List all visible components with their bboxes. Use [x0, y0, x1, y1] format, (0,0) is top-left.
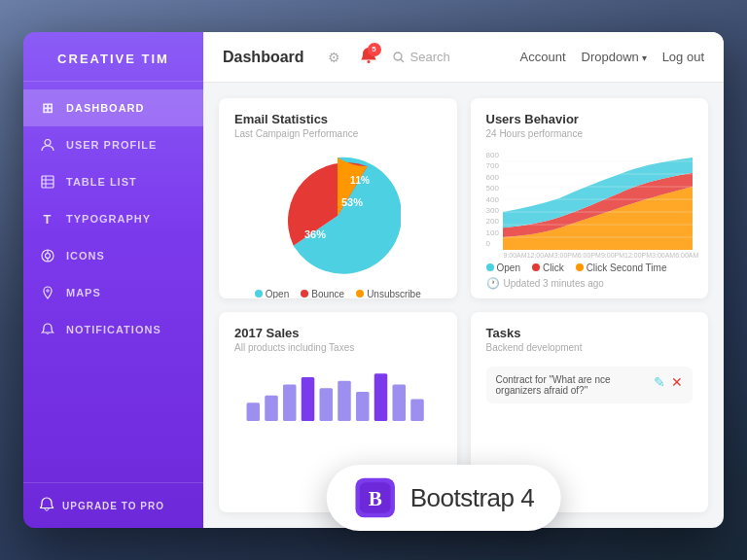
sidebar-item-typography[interactable]: T Typography	[23, 200, 203, 237]
tasks-subtitle: Backend development	[486, 342, 694, 353]
settings-icon[interactable]: ⚙	[324, 48, 344, 67]
svg-rect-30	[374, 373, 388, 421]
svg-point-6	[46, 254, 51, 259]
task-actions: ✎ ✕	[654, 374, 683, 390]
user-profile-icon	[39, 136, 56, 154]
svg-rect-24	[265, 396, 278, 421]
search-bar[interactable]: Search	[393, 50, 450, 64]
search-placeholder: Search	[410, 50, 450, 64]
sidebar-label-table-list: Table List	[66, 176, 137, 188]
svg-text:11%: 11%	[350, 175, 370, 186]
svg-point-0	[45, 140, 51, 146]
tasks-title: Tasks	[486, 326, 694, 340]
svg-rect-25	[283, 385, 297, 422]
svg-rect-26	[302, 377, 315, 421]
chart-row: 0 100 200 300 400 500 600 700 800	[486, 149, 694, 250]
notification-badge: 5	[368, 43, 381, 56]
svg-rect-27	[320, 388, 334, 421]
task-text: Contract for "What are nce organizers af…	[496, 374, 647, 396]
dropdown-menu[interactable]: Dropdown	[582, 50, 647, 64]
email-statistics-card: Email Statistics Last Campaign Performan…	[219, 98, 457, 298]
account-link[interactable]: Account	[520, 50, 566, 64]
sidebar-item-maps[interactable]: Maps	[23, 274, 203, 311]
pie-legend: Open Bounce Unsubscribe	[255, 289, 421, 298]
logout-link[interactable]: Log out	[662, 50, 704, 64]
sidebar-item-dashboard[interactable]: ⊞ Dashboard	[23, 89, 203, 126]
svg-text:B: B	[369, 487, 382, 510]
sales-chart	[234, 363, 442, 421]
maps-icon	[39, 284, 56, 301]
task-item: Contract for "What are nce organizers af…	[486, 367, 694, 403]
svg-rect-23	[247, 402, 261, 421]
notifications-icon	[39, 321, 56, 338]
bootstrap-text: Bootstrap 4	[410, 483, 534, 513]
area-chart	[503, 149, 693, 250]
x-axis-labels: 9:00AM12:00AM3:00PM6:00PM9:00PM12:00PM3:…	[486, 252, 694, 259]
sidebar-item-user-profile[interactable]: User Profile	[23, 126, 203, 163]
content-grid: Email Statistics Last Campaign Performan…	[203, 83, 724, 528]
sidebar-label-maps: Maps	[66, 287, 101, 298]
chart-legend-click: Click	[532, 262, 564, 273]
upgrade-label: Upgrade to Pro	[62, 501, 164, 511]
page-title: Dashboard	[223, 49, 304, 66]
upgrade-icon	[39, 497, 54, 514]
chart-legend: Open Click Click Second Time	[486, 262, 694, 273]
area-chart-wrapper: 0 100 200 300 400 500 600 700 800	[486, 149, 694, 290]
svg-point-9	[47, 290, 49, 292]
sidebar-label-dashboard: Dashboard	[66, 102, 145, 114]
svg-text:36%: 36%	[304, 228, 326, 240]
y-axis: 0 100 200 300 400 500 600 700 800	[486, 149, 499, 250]
sidebar-item-notifications[interactable]: Notifications	[23, 311, 203, 348]
users-behavior-card: Users Behavior 24 Hours performance 0 10…	[471, 98, 709, 298]
svg-line-12	[401, 59, 404, 62]
sidebar-label-notifications: Notifications	[66, 324, 161, 335]
sidebar-label-typography: Typography	[66, 213, 151, 225]
icons-icon	[39, 247, 56, 264]
sidebar-item-icons[interactable]: Icons	[23, 237, 203, 274]
sidebar-nav: ⊞ Dashboard User Profile	[23, 82, 203, 482]
sidebar-label-icons: Icons	[66, 250, 105, 262]
chart-legend-click2: Click Second Time	[576, 262, 667, 273]
svg-point-10	[367, 60, 370, 63]
pie-chart: 53% 36% 11%	[274, 153, 401, 279]
chart-legend-open: Open	[486, 262, 520, 273]
users-behavior-subtitle: 24 Hours performance	[486, 128, 694, 139]
svg-rect-1	[42, 176, 53, 188]
sales-subtitle: All products including Taxes	[234, 342, 442, 353]
users-behavior-footer: 🕐 Updated 3 minutes ago	[486, 277, 694, 290]
pie-chart-container: 53% 36% 11% Open Bounce Unsubscribe 🕐 Ca…	[234, 149, 442, 298]
task-edit-icon[interactable]: ✎	[654, 374, 665, 390]
notification-button[interactable]: 5	[360, 47, 377, 68]
logo-text: CREATIVE TIM	[57, 52, 169, 66]
svg-rect-31	[393, 385, 407, 422]
bootstrap-icon: B	[354, 476, 397, 519]
svg-point-11	[394, 52, 402, 60]
app-container: CREATIVE TIM ⊞ Dashboard User Profile	[23, 32, 724, 528]
legend-unsubscribe: Unsubscribe	[356, 289, 421, 298]
svg-rect-28	[338, 381, 351, 421]
svg-text:53%: 53%	[341, 196, 363, 208]
email-stats-subtitle: Last Campaign Performance	[234, 128, 442, 139]
upgrade-to-pro[interactable]: Upgrade to Pro	[23, 482, 203, 528]
users-behavior-title: Users Behavior	[486, 112, 694, 126]
legend-bounce: Bounce	[301, 289, 344, 298]
sidebar: CREATIVE TIM ⊞ Dashboard User Profile	[23, 32, 203, 528]
svg-rect-32	[410, 400, 424, 422]
sales-title: 2017 Sales	[234, 326, 442, 340]
svg-rect-29	[356, 392, 370, 421]
header: Dashboard ⚙ 5 Search Account Dropdown	[203, 32, 724, 83]
sidebar-label-user-profile: User Profile	[66, 139, 157, 151]
main-content: Dashboard ⚙ 5 Search Account Dropdown	[203, 32, 724, 528]
sales-content	[234, 363, 442, 423]
bootstrap-badge: B Bootstrap 4	[327, 465, 561, 531]
clock-icon-2: 🕐	[486, 277, 500, 290]
sidebar-logo: CREATIVE TIM	[23, 32, 203, 82]
table-list-icon	[39, 173, 56, 191]
task-delete-icon[interactable]: ✕	[671, 374, 683, 390]
email-stats-title: Email Statistics	[234, 112, 442, 126]
legend-open: Open	[255, 289, 289, 298]
typography-icon: T	[39, 210, 56, 228]
dashboard-icon: ⊞	[39, 99, 56, 117]
sidebar-item-table-list[interactable]: Table List	[23, 163, 203, 200]
header-nav: Account Dropdown Log out	[520, 50, 704, 64]
